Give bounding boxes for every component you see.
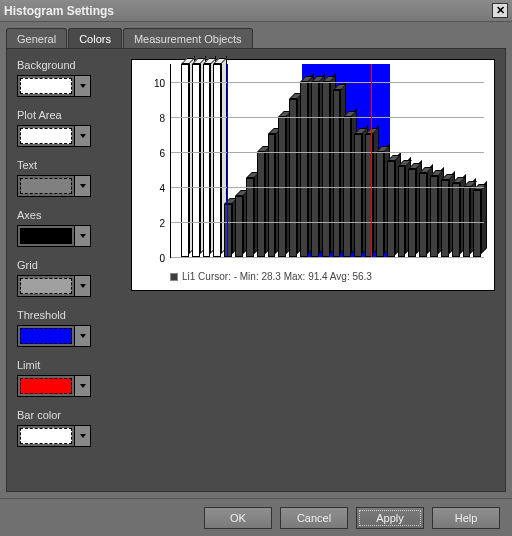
dropdown-button[interactable] <box>74 126 90 146</box>
setting-label: Grid <box>17 259 117 271</box>
chevron-down-icon <box>80 334 86 338</box>
apply-button[interactable]: Apply <box>356 507 424 529</box>
chart-legend: Li1 Cursor: - Min: 28.3 Max: 91.4 Avg: 5… <box>170 271 372 282</box>
y-tick-label: 8 <box>159 112 165 123</box>
y-tick-label: 4 <box>159 182 165 193</box>
legend-swatch-icon <box>170 273 178 281</box>
gridline: 6 <box>171 152 484 153</box>
color-settings-sidebar: BackgroundPlot AreaTextAxesGridThreshold… <box>17 59 117 481</box>
cursor-line <box>227 64 228 257</box>
setting-label: Plot Area <box>17 109 117 121</box>
setting-label: Background <box>17 59 117 71</box>
color-swatch <box>20 78 72 94</box>
chevron-down-icon <box>80 184 86 188</box>
legend-text: Li1 Cursor: - Min: 28.3 Max: 91.4 Avg: 5… <box>182 271 372 282</box>
color-swatch <box>20 278 72 294</box>
setting-bar-color: Bar color <box>17 409 117 447</box>
bars-container <box>171 64 484 257</box>
color-swatch <box>20 328 72 344</box>
gridline: 4 <box>171 187 484 188</box>
chevron-down-icon <box>80 84 86 88</box>
color-swatch <box>20 378 72 394</box>
chevron-down-icon <box>80 284 86 288</box>
color-picker[interactable] <box>17 375 91 397</box>
dropdown-button[interactable] <box>74 426 90 446</box>
setting-label: Limit <box>17 359 117 371</box>
color-picker[interactable] <box>17 75 91 97</box>
setting-plot-area: Plot Area <box>17 109 117 147</box>
setting-grid: Grid <box>17 259 117 297</box>
setting-label: Threshold <box>17 309 117 321</box>
chevron-down-icon <box>80 434 86 438</box>
chevron-down-icon <box>80 134 86 138</box>
bar <box>473 64 487 257</box>
chevron-down-icon <box>80 384 86 388</box>
dialog-window: Histogram Settings ✕ General Colors Meas… <box>0 0 512 536</box>
color-picker[interactable] <box>17 225 91 247</box>
setting-background: Background <box>17 59 117 97</box>
close-button[interactable]: ✕ <box>492 3 508 18</box>
close-icon: ✕ <box>496 5 505 16</box>
setting-axes: Axes <box>17 209 117 247</box>
y-tick-label: 6 <box>159 147 165 158</box>
y-tick-label: 0 <box>159 253 165 264</box>
tab-colors[interactable]: Colors <box>68 28 122 48</box>
color-swatch <box>20 428 72 444</box>
dropdown-button[interactable] <box>74 276 90 296</box>
color-swatch <box>20 178 72 194</box>
setting-label: Text <box>17 159 117 171</box>
help-button[interactable]: Help <box>432 507 500 529</box>
color-picker[interactable] <box>17 325 91 347</box>
ok-button[interactable]: OK <box>204 507 272 529</box>
gridline: 2 <box>171 222 484 223</box>
content-area: General Colors Measurement Objects Backg… <box>0 22 512 498</box>
titlebar: Histogram Settings ✕ <box>0 0 512 22</box>
color-picker[interactable] <box>17 125 91 147</box>
limit-line <box>371 64 372 257</box>
tab-bar: General Colors Measurement Objects <box>6 28 506 48</box>
tab-general[interactable]: General <box>6 28 67 48</box>
dropdown-button[interactable] <box>74 376 90 396</box>
setting-limit: Limit <box>17 359 117 397</box>
dialog-footer: OK Cancel Apply Help <box>0 498 512 536</box>
color-picker[interactable] <box>17 175 91 197</box>
setting-label: Axes <box>17 209 117 221</box>
y-tick-label: 10 <box>154 77 165 88</box>
color-swatch <box>20 128 72 144</box>
setting-label: Bar color <box>17 409 117 421</box>
gridline: 0 <box>171 257 484 258</box>
color-swatch <box>20 228 72 244</box>
y-tick-label: 2 <box>159 217 165 228</box>
color-picker[interactable] <box>17 425 91 447</box>
color-picker[interactable] <box>17 275 91 297</box>
gridline: 8 <box>171 117 484 118</box>
plot-area: 0246810 <box>170 64 484 258</box>
setting-text: Text <box>17 159 117 197</box>
dropdown-button[interactable] <box>74 176 90 196</box>
cancel-button[interactable]: Cancel <box>280 507 348 529</box>
tab-panel: BackgroundPlot AreaTextAxesGridThreshold… <box>6 48 506 492</box>
histogram-preview: 0246810 Li1 Cursor: - Min: 28.3 Max: 91.… <box>131 59 495 291</box>
dropdown-button[interactable] <box>74 76 90 96</box>
chevron-down-icon <box>80 234 86 238</box>
tab-measurement-objects[interactable]: Measurement Objects <box>123 28 253 48</box>
gridline: 10 <box>171 82 484 83</box>
dropdown-button[interactable] <box>74 226 90 246</box>
dropdown-button[interactable] <box>74 326 90 346</box>
setting-threshold: Threshold <box>17 309 117 347</box>
window-title: Histogram Settings <box>4 4 492 18</box>
